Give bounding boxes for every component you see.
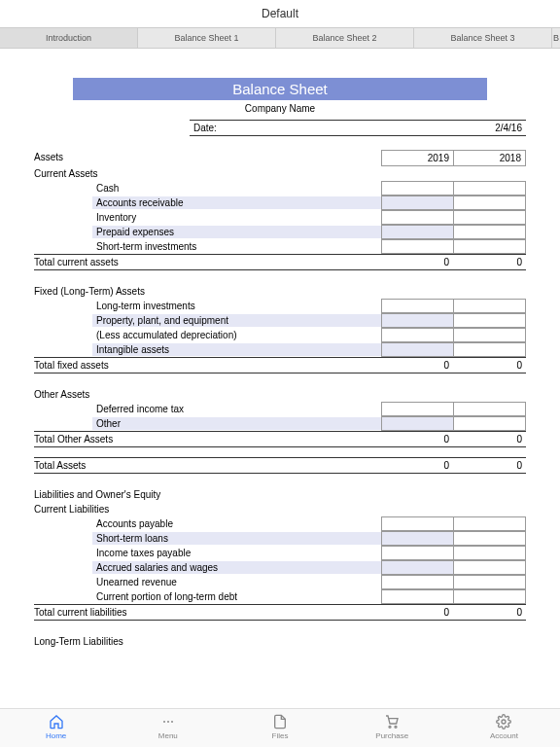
cell[interactable]: [381, 402, 454, 416]
total-current-liabilities: Total current liabilities: [34, 605, 380, 620]
nav-home[interactable]: Home: [0, 709, 112, 747]
year-2[interactable]: 2018: [453, 150, 526, 166]
other-assets-heading: Other Assets: [34, 387, 526, 402]
cell[interactable]: [381, 239, 454, 254]
svg-point-4: [395, 726, 397, 728]
nav-files[interactable]: Files: [224, 709, 335, 747]
cell[interactable]: [381, 210, 454, 225]
svg-point-5: [502, 720, 506, 724]
total-current-assets: Total current assets: [34, 255, 380, 269]
total-val: 0: [380, 432, 453, 446]
total-other-assets: Total Other Assets: [34, 432, 380, 446]
cell[interactable]: [453, 239, 526, 254]
cell[interactable]: [453, 402, 526, 416]
cell[interactable]: [453, 546, 526, 560]
total-val: 0: [380, 605, 453, 620]
home-icon: [0, 713, 112, 730]
tab-more[interactable]: B: [552, 28, 560, 48]
row-cash: Cash: [92, 182, 382, 195]
fixed-assets-heading: Fixed (Long-Term) Assets: [34, 284, 526, 299]
row-stl: Short-term loans: [92, 532, 382, 545]
cell[interactable]: [381, 546, 454, 560]
row-sti: Short-term investments: [92, 240, 382, 253]
cell[interactable]: [453, 531, 526, 546]
liabilities-heading: Liabilities and Owner's Equity: [34, 487, 526, 502]
current-assets-heading: Current Assets: [34, 166, 526, 181]
cell[interactable]: [381, 416, 454, 431]
cell[interactable]: [453, 210, 526, 225]
cell[interactable]: [381, 328, 454, 342]
tab-balance-sheet-2[interactable]: Balance Sheet 2: [276, 28, 414, 48]
svg-point-1: [167, 721, 169, 723]
nav-menu[interactable]: Menu: [112, 709, 224, 747]
row-other: Other: [92, 417, 382, 430]
cell[interactable]: [453, 589, 526, 604]
sheet-banner: Balance Sheet: [73, 78, 487, 100]
cell[interactable]: [381, 575, 454, 589]
files-icon: [224, 713, 335, 730]
cell[interactable]: [453, 196, 526, 210]
window-title: Default: [0, 0, 560, 27]
cell[interactable]: [381, 181, 454, 196]
row-ppe: Property, plant, and equipment: [92, 314, 382, 327]
total-val: 0: [453, 458, 526, 473]
total-fixed-assets: Total fixed assets: [34, 358, 380, 373]
row-inventory: Inventory: [92, 211, 382, 224]
date-label: Date:: [190, 121, 453, 135]
cell[interactable]: [381, 560, 454, 575]
nav-account[interactable]: Account: [448, 709, 560, 747]
cell[interactable]: [453, 516, 526, 531]
total-val: 0: [453, 605, 526, 620]
tab-balance-sheet-3[interactable]: Balance Sheet 3: [414, 28, 552, 48]
cell[interactable]: [453, 225, 526, 239]
total-val: 0: [453, 255, 526, 269]
row-lti: Long-term investments: [92, 300, 382, 312]
cell[interactable]: [453, 342, 526, 357]
cell[interactable]: [453, 416, 526, 431]
cell[interactable]: [453, 313, 526, 328]
tab-balance-sheet-1[interactable]: Balance Sheet 1: [138, 28, 276, 48]
nav-label: Account: [448, 731, 560, 740]
year-1[interactable]: 2019: [381, 150, 454, 166]
row-dep: (Less accumulated depreciation): [92, 329, 382, 341]
company-name[interactable]: Company Name: [34, 100, 526, 120]
current-liabilities-heading: Current Liabilities: [34, 502, 526, 516]
row-ur: Unearned revenue: [92, 576, 382, 588]
cell[interactable]: [381, 516, 454, 531]
nav-label: Purchase: [336, 731, 448, 740]
nav-purchase[interactable]: Purchase: [336, 709, 448, 747]
cell[interactable]: [453, 575, 526, 589]
date-row: Date: 2/4/16: [190, 120, 526, 136]
nav-label: Home: [0, 731, 112, 740]
cell[interactable]: [453, 299, 526, 313]
nav-label: Menu: [112, 731, 224, 740]
svg-point-3: [389, 726, 391, 728]
tab-introduction[interactable]: Introduction: [0, 28, 138, 48]
row-intangible: Intangible assets: [92, 343, 382, 356]
total-val: 0: [453, 432, 526, 446]
cell[interactable]: [453, 181, 526, 196]
svg-point-0: [163, 721, 165, 723]
cell[interactable]: [381, 225, 454, 239]
row-itp: Income taxes payable: [92, 547, 382, 559]
total-val: 0: [453, 358, 526, 373]
total-assets: Total Assets: [34, 458, 380, 473]
cell[interactable]: [381, 313, 454, 328]
row-ap: Accounts payable: [92, 517, 382, 530]
cell[interactable]: [381, 342, 454, 357]
cell[interactable]: [453, 560, 526, 575]
row-cpd: Current portion of long-term debt: [92, 590, 382, 603]
cell[interactable]: [453, 328, 526, 342]
cell[interactable]: [381, 589, 454, 604]
gear-icon: [448, 713, 560, 730]
cell[interactable]: [381, 299, 454, 313]
cell[interactable]: [381, 196, 454, 210]
total-val: 0: [380, 255, 453, 269]
svg-point-2: [171, 721, 173, 723]
cell[interactable]: [381, 531, 454, 546]
date-value[interactable]: 2/4/16: [453, 121, 526, 135]
row-prepaid: Prepaid expenses: [92, 226, 382, 238]
bottom-nav: Home Menu Files Purchase Account: [0, 708, 560, 747]
menu-icon: [112, 713, 224, 730]
total-val: 0: [380, 458, 453, 473]
